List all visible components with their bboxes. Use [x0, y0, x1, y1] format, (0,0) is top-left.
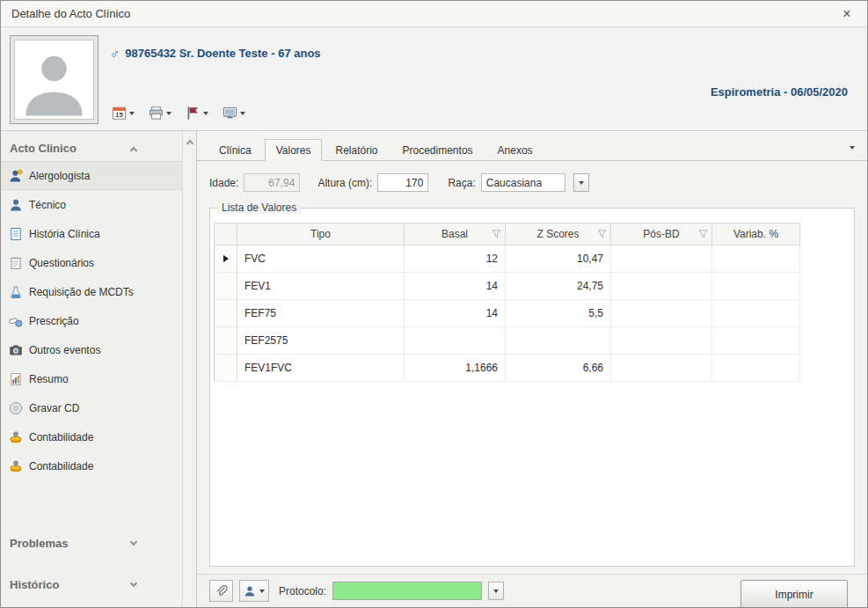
mcdt-flask-icon [8, 284, 23, 299]
clinical-history-icon [8, 226, 23, 241]
prescription-pills-icon [8, 313, 23, 328]
protocolo-input[interactable] [332, 582, 482, 600]
column-header-tipo[interactable]: Tipo [237, 223, 405, 245]
table-row[interactable]: FVC 12 10,47 [215, 245, 800, 273]
tab-page-valores: Idade: Altura (cm): Raça: Caucasiana Lis… [197, 161, 867, 574]
row-indicator-header [215, 223, 237, 245]
lista-de-valores-groupbox: Lista de Valores Tipo [209, 208, 855, 567]
screen-tool-button[interactable] [219, 103, 249, 123]
sidebar-item-label: Outros eventos [29, 344, 100, 356]
svg-text:15: 15 [115, 111, 123, 119]
clinical-act-detail-window: Detalhe do Acto Clínico × ♂ 98765432 Sr.… [0, 0, 868, 608]
sidebar-item-gravar-cd[interactable]: Gravar CD [1, 393, 182, 422]
row-indicator-icon [223, 255, 229, 262]
flag-icon [186, 106, 201, 121]
sidebar-item-resumo[interactable]: Resumo [1, 364, 182, 393]
column-header-posbd[interactable]: Pós-BD [611, 223, 712, 245]
chevron-down-icon [579, 181, 584, 185]
altura-input[interactable] [377, 173, 428, 192]
table-row[interactable]: FEV1 14 24,75 [215, 273, 800, 300]
scroll-up-icon[interactable] [186, 140, 193, 147]
tab-relatorio[interactable]: Relatório [324, 139, 389, 160]
patient-name: 98765432 Sr. Doente Teste - 67 anos [125, 47, 320, 60]
person-icon [244, 585, 256, 597]
sidebar-item-contabilidade-2[interactable]: Contabilidade [1, 451, 182, 480]
protocolo-label: Protocolo: [279, 585, 326, 597]
sidebar-item-label: Contabilidade [29, 460, 93, 472]
idade-input [244, 173, 300, 192]
accounting-icon [8, 458, 23, 473]
tab-procedimentos[interactable]: Procedimentos [391, 139, 485, 160]
sidebar-item-label: História Clínica [29, 228, 100, 240]
sidebar-item-tecnico[interactable]: Técnico [1, 190, 182, 219]
raca-dropdown-button[interactable] [573, 173, 589, 192]
sidebar-item-prescricao[interactable]: Prescrição [1, 306, 182, 335]
sidebar-scrollbar[interactable] [182, 131, 197, 607]
filter-icon[interactable] [698, 230, 708, 238]
column-header-basal[interactable]: Basal [405, 223, 506, 245]
sidebar-item-requisicao-mcdts[interactable]: Requisição de MCDTs [1, 277, 182, 306]
sidebar-group-acto-clinico[interactable]: Acto Clinico [1, 135, 182, 161]
chevron-down-icon [240, 112, 245, 115]
tab-anexos[interactable]: Anexos [486, 139, 544, 160]
patient-header: ♂ 98765432 Sr. Doente Teste - 67 anos Es… [1, 27, 867, 131]
sidebar-group-historico[interactable]: Histórico [1, 571, 182, 597]
print-tool-button[interactable] [145, 103, 175, 123]
tab-clinica[interactable]: Clínica [208, 139, 263, 160]
sidebar-item-alergologista[interactable]: Alergologista [1, 161, 182, 190]
raca-combobox[interactable]: Caucasiana [481, 173, 565, 192]
screen-icon [222, 106, 237, 121]
flag-tool-button[interactable] [182, 103, 212, 123]
user-dropdown-button[interactable] [239, 580, 269, 602]
altura-label: Altura (cm): [317, 177, 372, 189]
close-button[interactable]: × [837, 6, 857, 22]
sidebar-item-historia-clinica[interactable]: História Clínica [1, 219, 182, 248]
calendar-tool-button[interactable]: 15 [108, 103, 138, 123]
chevron-down-icon [130, 538, 137, 546]
row-indicator [215, 245, 237, 273]
accounting-icon [8, 429, 23, 444]
column-header-variab[interactable]: Variab. % [712, 223, 800, 245]
table-row[interactable]: FEF75 14 5,5 [215, 300, 800, 327]
table-row[interactable]: FEF2575 [215, 327, 800, 355]
groupbox-title: Lista de Valores [217, 201, 301, 214]
filter-icon[interactable] [492, 230, 501, 238]
tab-valores[interactable]: Valores [265, 139, 323, 161]
group-label: Acto Clinico [10, 142, 77, 155]
titlebar: Detalhe do Acto Clínico × [1, 1, 867, 27]
cd-icon [8, 400, 23, 415]
column-header-zscores[interactable]: Z Scores [506, 223, 611, 245]
table-row[interactable]: FEV1FVC 1,1666 6,66 [215, 355, 800, 382]
sidebar-item-label: Técnico [29, 199, 66, 211]
chevron-down-icon [259, 590, 265, 593]
patient-info-line: ♂ 98765432 Sr. Doente Teste - 67 anos [110, 46, 321, 61]
tabstrip: Clínica Valores Relatório Procedimentos … [197, 138, 867, 161]
chevron-up-icon [130, 147, 137, 154]
chevron-down-icon [130, 580, 137, 587]
sidebar-item-questionarios[interactable]: Questionários [1, 248, 182, 277]
row-indicator [215, 273, 237, 300]
filter-icon[interactable] [597, 230, 607, 238]
male-gender-icon: ♂ [110, 46, 120, 61]
sidebar-item-label: Contabilidade [29, 431, 93, 443]
measurements-form: Idade: Altura (cm): Raça: Caucasiana [209, 173, 855, 192]
patient-photo-frame [10, 35, 98, 124]
chevron-down-icon [850, 146, 855, 150]
sidebar: Acto Clinico Alergologista [1, 131, 182, 607]
attach-button[interactable] [209, 580, 233, 602]
tab-list-dropdown[interactable] [850, 140, 857, 160]
paperclip-icon [215, 584, 228, 597]
raca-value: Caucasiana [486, 177, 542, 189]
questionnaires-icon [8, 255, 23, 270]
protocolo-dropdown-button[interactable] [488, 582, 504, 600]
imprimir-button[interactable]: Imprimir [740, 580, 848, 608]
table-header-row: Tipo Basal Z Scores [215, 223, 800, 245]
raca-label: Raça: [448, 177, 475, 189]
sidebar-item-contabilidade-1[interactable]: Contabilidade [1, 422, 182, 451]
sidebar-item-outros-eventos[interactable]: Outros eventos [1, 335, 182, 364]
group-label: Problemas [10, 537, 68, 550]
group-label: Histórico [10, 578, 59, 591]
sidebar-group-problemas[interactable]: Problemas [1, 530, 182, 556]
person-icon [8, 197, 23, 212]
allergist-person-icon [8, 168, 23, 183]
